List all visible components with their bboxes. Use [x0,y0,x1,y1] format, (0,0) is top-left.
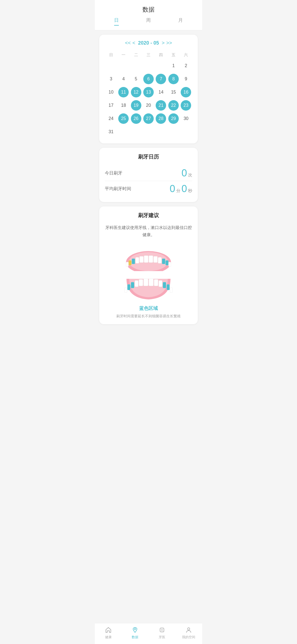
brushing-calendar-card: 刷牙日历 今日刷牙 0 次 平均刷牙时间 0 分 0 秒 [99,148,198,202]
svg-point-30 [188,628,190,630]
calendar-day[interactable]: 18 [117,99,130,111]
calendar-day[interactable]: 4 [117,73,130,85]
nav-data-label: 数据 [132,635,138,640]
calendar-day[interactable]: 22 [168,100,179,111]
calendar-day[interactable]: 5 [130,73,142,85]
tab-week[interactable]: 周 [146,17,151,26]
calendar-day[interactable] [117,60,130,72]
calendar-day[interactable]: 25 [118,113,129,124]
avg-minutes-num: 0 [170,184,175,194]
calendar-days: 1234567891011121314151617181920212223242… [105,60,192,138]
today-brush-row: 今日刷牙 0 次 [105,165,192,181]
brushing-calendar-title: 刷牙日历 [105,153,192,160]
calendar-day[interactable]: 24 [105,113,117,125]
svg-rect-9 [162,259,165,264]
next-next-btn[interactable]: >> [166,40,172,46]
svg-rect-7 [158,257,162,263]
tab-month[interactable]: 月 [178,17,183,26]
avg-brush-label: 平均刷牙时间 [105,186,131,192]
svg-rect-20 [131,282,134,288]
calendar-day[interactable] [167,126,180,138]
nav-myspace[interactable]: 我的空间 [180,626,197,640]
calendar-day[interactable]: 23 [181,100,191,111]
calendar-day[interactable]: 26 [131,113,141,124]
calendar-day[interactable]: 1 [167,60,180,72]
year-month-label: 2020 - 05 [138,40,159,46]
svg-rect-25 [170,288,172,293]
calendar-day[interactable] [142,126,155,138]
brushing-advice-title: 刷牙建议 [105,212,192,219]
svg-rect-8 [132,259,135,264]
tooth-icon [158,626,166,634]
calendar-day[interactable]: 13 [143,87,154,97]
dow-sun: 日 [105,50,117,60]
calendar-day[interactable] [180,126,192,138]
calendar-day[interactable]: 14 [155,86,167,98]
dow-fri: 五 [167,50,180,60]
calendar-day[interactable] [155,126,167,138]
min-unit: 分 [176,188,180,193]
avg-seconds-num: 0 [182,184,187,194]
profile-icon [185,626,193,634]
calendar-day[interactable]: 20 [142,99,155,111]
svg-rect-16 [139,279,143,286]
tab-day[interactable]: 日 [114,17,119,26]
nav-dentist[interactable]: 牙医 [154,626,170,640]
calendar-day[interactable]: 17 [105,99,117,111]
calendar-day[interactable]: 29 [168,113,179,124]
calendar-day[interactable] [130,60,142,72]
calendar-day[interactable]: 27 [143,113,154,124]
calendar-day[interactable]: 12 [131,87,141,97]
svg-rect-12 [126,262,128,266]
calendar-day[interactable] [142,60,155,72]
calendar-day[interactable] [117,126,130,138]
dow-wed: 三 [142,50,155,60]
calendar-day[interactable]: 31 [105,126,117,138]
calendar-day[interactable] [105,60,117,72]
calendar-day[interactable]: 10 [105,86,117,98]
calendar-day[interactable]: 2 [180,60,192,72]
nav-health-label: 健康 [105,635,112,640]
home-icon [105,626,112,634]
svg-rect-3 [149,256,153,263]
calendar-day[interactable]: 21 [156,100,166,111]
svg-rect-11 [166,260,169,265]
advice-sub-text: 刷牙时间需要延长不则细菌容易生长繁殖 [105,314,192,319]
calendar-day[interactable] [155,60,167,72]
calendar-day[interactable]: 16 [181,87,191,97]
calendar-day[interactable]: 11 [118,87,129,97]
calendar-day[interactable]: 30 [180,113,192,125]
today-brush-value: 0 次 [182,168,192,178]
svg-point-26 [134,629,136,630]
calendar-day[interactable]: 28 [156,113,166,124]
svg-rect-2 [144,256,148,263]
main-content: << < 2020 - 05 > >> 日 一 二 三 四 五 六 123456… [95,30,202,351]
calendar-day[interactable]: 3 [105,73,117,85]
today-brush-num: 0 [182,168,187,178]
calendar-day[interactable]: 8 [168,74,179,84]
calendar-day[interactable]: 19 [131,100,141,111]
prev-prev-btn[interactable]: << [125,40,131,46]
sec-unit: 秒 [188,188,192,193]
calendar-day[interactable]: 15 [167,86,180,98]
lower-teeth-svg [121,273,176,301]
avg-brush-row: 平均刷牙时间 0 分 0 秒 [105,181,192,197]
calendar-day[interactable] [130,126,142,138]
prev-btn[interactable]: < [132,40,135,46]
svg-rect-24 [125,288,127,293]
tab-bar: 日 周 月 [95,17,202,30]
calendar-day[interactable]: 9 [180,73,192,85]
svg-rect-14 [144,279,148,286]
calendar-nav: << < 2020 - 05 > >> [105,40,192,46]
svg-rect-22 [127,284,130,290]
nav-health[interactable]: 健康 [100,626,117,640]
calendar-grid: 日 一 二 三 四 五 六 [105,50,192,60]
calendar-day[interactable]: 6 [143,74,154,84]
dow-thu: 四 [155,50,167,60]
next-btn[interactable]: > [162,40,165,46]
svg-rect-18 [135,280,138,287]
nav-data[interactable]: 数据 [127,626,143,640]
nav-dentist-label: 牙医 [159,635,165,640]
calendar-day[interactable]: 7 [156,74,166,84]
dow-tue: 二 [130,50,142,60]
